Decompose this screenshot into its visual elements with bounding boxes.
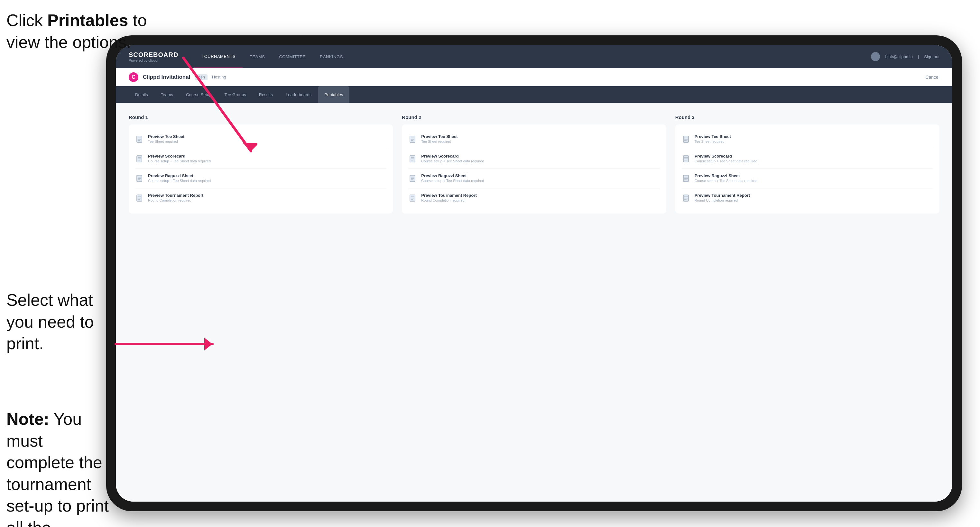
instruction-middle: Select what you need to print. xyxy=(6,289,110,355)
round-2-raguzzi-label: Preview Raguzzi Sheet xyxy=(421,173,484,178)
round-2-tournament-report-label: Preview Tournament Report xyxy=(421,193,476,198)
round-1-raguzzi-sublabel: Course setup + Tee Sheet data required xyxy=(148,179,211,183)
tab-leaderboards[interactable]: Leaderboards xyxy=(279,86,318,103)
round-2-scorecard-label: Preview Scorecard xyxy=(421,154,484,159)
tab-printables[interactable]: Printables xyxy=(318,86,349,103)
round-3-raguzzi-label: Preview Raguzzi Sheet xyxy=(695,173,757,178)
round-2-tee-sheet-sublabel: Tee Sheet required xyxy=(421,140,458,143)
round-1-raguzzi-text: Preview Raguzzi Sheet Course setup + Tee… xyxy=(148,173,211,183)
main-content: Round 1 xyxy=(116,103,952,502)
round-2-raguzzi-sublabel: Course setup + Tee Sheet data required xyxy=(421,179,484,183)
round-1-raguzzi-label: Preview Raguzzi Sheet xyxy=(148,173,211,178)
svg-marker-1 xyxy=(243,143,258,151)
nav-right: blair@clippd.io | Sign out xyxy=(871,52,939,61)
round-2-tournament-report-sublabel: Round Completion required xyxy=(421,198,476,202)
round-3-card: Preview Tee Sheet Tee Sheet required xyxy=(675,124,939,214)
round-3-raguzzi-icon xyxy=(682,174,691,184)
round-3-raguzzi-sublabel: Course setup + Tee Sheet data required xyxy=(695,179,757,183)
svg-marker-3 xyxy=(204,338,212,351)
round-3-tournament-report-label: Preview Tournament Report xyxy=(695,193,750,198)
separator: | xyxy=(918,54,919,59)
instruction-top: Click Printables toview the options. xyxy=(6,10,147,53)
user-email: blair@clippd.io xyxy=(885,54,912,59)
nav-rankings[interactable]: RANKINGS xyxy=(313,45,350,68)
svg-line-0 xyxy=(183,58,251,151)
round-1-tournament-report[interactable]: Preview Tournament Report Round Completi… xyxy=(135,189,387,208)
round-3-tee-sheet-sublabel: Tee Sheet required xyxy=(695,140,731,143)
round-3-scorecard[interactable]: Preview Scorecard Course setup + Tee She… xyxy=(682,150,933,169)
round-3-raguzzi[interactable]: Preview Raguzzi Sheet Course setup + Tee… xyxy=(682,170,933,189)
round-2-title: Round 2 xyxy=(402,114,666,120)
round-1-tournament-report-text: Preview Tournament Report Round Completi… xyxy=(148,193,203,202)
round-2-raguzzi-text: Preview Raguzzi Sheet Course setup + Tee… xyxy=(421,173,484,183)
round-2-raguzzi-icon xyxy=(408,174,417,184)
nav-links: TOURNAMENTS TEAMS COMMITTEE RANKINGS xyxy=(194,45,871,68)
round-2-tee-sheet-text: Preview Tee Sheet Tee Sheet required xyxy=(421,134,458,143)
round-3-tournament-report[interactable]: Preview Tournament Report Round Completi… xyxy=(682,189,933,208)
round-1-tournament-report-sublabel: Round Completion required xyxy=(148,198,203,202)
round-2-tournament-report-text: Preview Tournament Report Round Completi… xyxy=(421,193,476,202)
round-3-tee-sheet-label: Preview Tee Sheet xyxy=(695,134,731,139)
raguzzi-icon xyxy=(135,174,144,184)
round-3-tournament-report-icon xyxy=(682,194,691,204)
round-1-raguzzi[interactable]: Preview Raguzzi Sheet Course setup + Tee… xyxy=(135,170,387,189)
printables-bold: Printables xyxy=(47,11,128,30)
round-3-tournament-report-sublabel: Round Completion required xyxy=(695,198,750,202)
sign-out-link[interactable]: Sign out xyxy=(924,54,939,59)
round-2-scorecard-icon xyxy=(408,154,417,165)
instruction-bottom: Note: You must complete the tournament s… xyxy=(6,408,110,527)
round-3-tee-sheet[interactable]: Preview Tee Sheet Tee Sheet required xyxy=(682,130,933,149)
round-2-tee-sheet-icon xyxy=(408,135,417,145)
arrow-middle-icon xyxy=(113,325,228,364)
round-2-column: Round 2 xyxy=(402,114,666,214)
avatar xyxy=(871,52,880,61)
round-2-scorecard[interactable]: Preview Scorecard Course setup + Tee She… xyxy=(408,150,660,169)
round-3-tee-sheet-text: Preview Tee Sheet Tee Sheet required xyxy=(695,134,731,143)
nav-committee[interactable]: COMMITTEE xyxy=(272,45,313,68)
round-2-tournament-report-icon xyxy=(408,194,417,204)
round-1-tournament-report-label: Preview Tournament Report xyxy=(148,193,203,198)
round-3-scorecard-sublabel: Course setup + Tee Sheet data required xyxy=(695,159,757,163)
round-3-scorecard-label: Preview Scorecard xyxy=(695,154,757,159)
round-3-column: Round 3 xyxy=(675,114,939,214)
round-3-tee-sheet-icon xyxy=(682,135,691,145)
round-2-card: Preview Tee Sheet Tee Sheet required xyxy=(402,124,666,214)
round-3-raguzzi-text: Preview Raguzzi Sheet Course setup + Tee… xyxy=(695,173,757,183)
round-3-title: Round 3 xyxy=(675,114,939,120)
round-2-tee-sheet[interactable]: Preview Tee Sheet Tee Sheet required xyxy=(408,130,660,149)
cancel-button[interactable]: Cancel xyxy=(925,75,939,80)
round-2-tee-sheet-label: Preview Tee Sheet xyxy=(421,134,458,139)
round-2-tournament-report[interactable]: Preview Tournament Report Round Completi… xyxy=(408,189,660,208)
arrow-top-icon xyxy=(97,51,258,161)
round-3-tournament-report-text: Preview Tournament Report Round Completi… xyxy=(695,193,750,202)
round-2-raguzzi[interactable]: Preview Raguzzi Sheet Course setup + Tee… xyxy=(408,170,660,189)
round-2-scorecard-sublabel: Course setup + Tee Sheet data required xyxy=(421,159,484,163)
round-2-scorecard-text: Preview Scorecard Course setup + Tee She… xyxy=(421,154,484,163)
round-3-scorecard-icon xyxy=(682,154,691,165)
round-3-scorecard-text: Preview Scorecard Course setup + Tee She… xyxy=(695,154,757,163)
tournament-report-icon xyxy=(135,194,144,204)
